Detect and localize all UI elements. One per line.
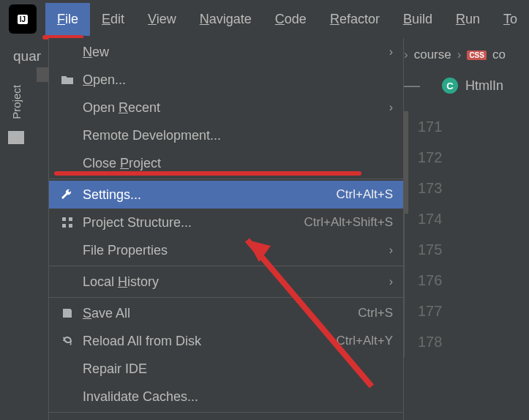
menu-item-label: Settings... bbox=[83, 187, 337, 203]
menu-separator bbox=[49, 179, 403, 179]
gutter-line-number: 178 bbox=[418, 326, 529, 357]
editor-tab[interactable]: HtmlIn bbox=[465, 78, 503, 94]
menu-shortcut: Ctrl+Alt+Shift+S bbox=[304, 215, 393, 230]
menu-item-repair-ide[interactable]: Repair IDE bbox=[49, 355, 403, 383]
project-tool-rail[interactable]: Project bbox=[0, 66, 32, 420]
menu-file[interactable]: File bbox=[45, 3, 90, 36]
menu-edit[interactable]: Edit bbox=[90, 3, 136, 36]
menu-item-save-all[interactable]: Save AllCtrl+S bbox=[49, 299, 403, 327]
menu-item-label: Remote Development... bbox=[83, 128, 393, 143]
menu-item-label: Reload All from Disk bbox=[83, 334, 337, 349]
folder-icon bbox=[59, 75, 75, 85]
chevron-right-icon: › bbox=[389, 45, 393, 59]
gutter-line-number: 177 bbox=[418, 296, 529, 326]
menu-item-new[interactable]: New› bbox=[49, 38, 403, 66]
gutter-line-number: 174 bbox=[418, 203, 529, 234]
menu-item-manage-ide-settings[interactable]: Manage IDE Settings› bbox=[49, 414, 403, 420]
project-rail-label: Project bbox=[10, 85, 23, 119]
menu-shortcut: Ctrl+Alt+Y bbox=[337, 334, 393, 348]
menu-item-invalidate-caches[interactable]: Invalidate Caches... bbox=[49, 383, 403, 410]
wrench-icon bbox=[59, 188, 75, 201]
breadcrumb-item[interactable]: co bbox=[492, 48, 506, 62]
menu-shortcut: Ctrl+Alt+S bbox=[337, 187, 393, 202]
scrollbar-track[interactable] bbox=[405, 111, 408, 214]
css-badge-icon: CSS bbox=[467, 50, 487, 60]
gutter-line-number: 172 bbox=[418, 142, 529, 173]
menu-navigate[interactable]: Navigate bbox=[188, 3, 263, 36]
svg-rect-3 bbox=[69, 224, 72, 228]
menu-item-file-properties[interactable]: File Properties› bbox=[49, 236, 403, 264]
file-type-icon: C bbox=[442, 78, 458, 94]
menu-separator bbox=[49, 297, 403, 298]
save-icon bbox=[59, 307, 75, 319]
structure-icon bbox=[59, 217, 75, 228]
menu-item-label: Repair IDE bbox=[83, 361, 393, 377]
menu-refactor[interactable]: Refactor bbox=[318, 3, 391, 36]
folder-icon bbox=[8, 131, 24, 144]
gutter-line-number: 171 bbox=[418, 111, 529, 142]
menu-separator bbox=[49, 412, 403, 413]
file-menu-dropdown: New›Open...Open Recent›Remote Developmen… bbox=[48, 38, 404, 420]
svg-rect-2 bbox=[69, 217, 72, 221]
menu-item-label: Open Recent bbox=[83, 100, 389, 116]
menu-shortcut: Ctrl+S bbox=[358, 306, 393, 320]
menu-item-settings[interactable]: Settings...Ctrl+Alt+S bbox=[49, 181, 403, 209]
gutter-line-number: 173 bbox=[418, 173, 529, 203]
menu-separator bbox=[49, 266, 403, 266]
menu-item-label: New bbox=[83, 45, 389, 60]
chevron-right-icon: › bbox=[389, 244, 393, 257]
menu-build[interactable]: Build bbox=[391, 3, 444, 36]
chevron-right-icon: › bbox=[389, 101, 393, 114]
menu-item-label: Local History bbox=[83, 274, 389, 290]
menu-item-label: Invalidate Caches... bbox=[83, 389, 393, 405]
menu-item-label: Close Project bbox=[83, 156, 393, 171]
chevron-right-icon: › bbox=[404, 48, 408, 62]
editor-tabs: — C HtmlIn bbox=[404, 73, 529, 98]
app-icon-label: IJ bbox=[18, 15, 28, 24]
menu-item-local-history[interactable]: Local History› bbox=[49, 268, 403, 296]
chevron-right-icon: › bbox=[457, 48, 462, 62]
svg-rect-0 bbox=[62, 217, 66, 221]
menu-code[interactable]: Code bbox=[263, 3, 318, 36]
app-icon: IJ bbox=[9, 4, 37, 34]
editor-gutter: 171172173174175176177178 bbox=[404, 111, 529, 357]
menu-item-label: Save All bbox=[83, 306, 358, 321]
menu-item-label: File Properties bbox=[83, 243, 389, 258]
breadcrumb-item[interactable]: course bbox=[414, 48, 451, 62]
menu-item-reload-all-from-disk[interactable]: Reload All from DiskCtrl+Alt+Y bbox=[49, 327, 403, 355]
reload-icon bbox=[59, 335, 75, 347]
gutter-line-number: 175 bbox=[418, 234, 529, 265]
editor-area: › course › CSS co — C HtmlIn 17117217317… bbox=[404, 41, 529, 357]
menu-item-label: Open... bbox=[83, 72, 393, 88]
menu-view[interactable]: View bbox=[136, 3, 188, 36]
breadcrumbs[interactable]: › course › CSS co bbox=[404, 41, 529, 69]
menu-item-open-recent[interactable]: Open Recent› bbox=[49, 94, 403, 121]
minimize-icon[interactable]: — bbox=[404, 76, 420, 95]
menu-item-remote-development[interactable]: Remote Development... bbox=[49, 121, 403, 149]
chevron-right-icon: › bbox=[389, 275, 393, 288]
annotation-underline-settings bbox=[54, 171, 361, 176]
menu-to[interactable]: To bbox=[492, 3, 529, 36]
menu-item-project-structure[interactable]: Project Structure...Ctrl+Alt+Shift+S bbox=[49, 209, 403, 236]
svg-rect-1 bbox=[62, 224, 66, 228]
menu-item-open[interactable]: Open... bbox=[49, 66, 403, 94]
gutter-line-number: 176 bbox=[418, 265, 529, 296]
menu-item-label: Project Structure... bbox=[83, 215, 304, 230]
menu-run[interactable]: Run bbox=[444, 3, 492, 36]
menu-bar: IJ FileEditViewNavigateCodeRefactorBuild… bbox=[0, 0, 529, 38]
